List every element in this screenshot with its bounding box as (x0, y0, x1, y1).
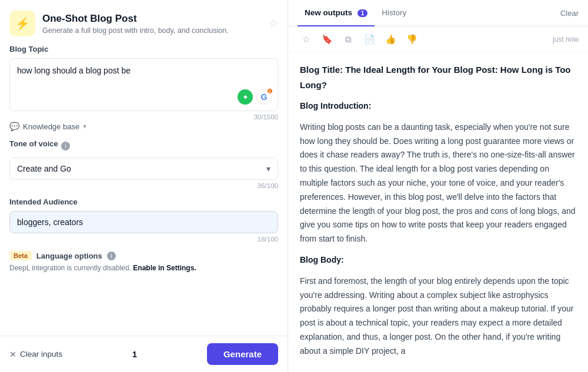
knowledge-base-chevron-icon: ▾ (83, 122, 86, 130)
thumbs-up-icon[interactable]: 👍 (382, 31, 399, 48)
tone-chevron-icon: ▾ (266, 164, 270, 173)
language-info-icon[interactable]: i (107, 252, 116, 260)
beta-badge: Beta (9, 251, 32, 260)
output-body-text: First and foremost, the length of your b… (300, 274, 576, 358)
textarea-icons: ✦ G 1 (238, 89, 272, 105)
close-icon: ✕ (9, 350, 16, 359)
tone-info-icon[interactable]: i (61, 142, 70, 150)
app-title-block: One-Shot Blog Post Generate a full blog … (42, 12, 262, 35)
favorite-icon[interactable]: ☆ (269, 17, 278, 30)
tab-history[interactable]: History (375, 0, 413, 26)
badge-dot: 1 (267, 88, 273, 94)
tab-new-outputs[interactable]: New outputs 1 (298, 0, 375, 26)
output-toolbar: ☆ 🔖 ⧉ 📄 👍 👎 just now (288, 26, 588, 53)
left-footer: ✕ Clear inputs 1 Generate (0, 336, 288, 372)
output-intro-text: Writing blog posts can be a daunting tas… (300, 120, 576, 246)
output-content: Blog Title: The Ideal Length for Your Bl… (288, 53, 588, 372)
quantity-display: 1 (69, 349, 200, 359)
enable-settings-link[interactable]: Enable in Settings. (133, 264, 196, 272)
audience-label: Intended Audience (9, 197, 278, 206)
left-panel: ⚡ One-Shot Blog Post Generate a full blo… (0, 0, 288, 372)
knowledge-base-label: Knowledge base (23, 122, 79, 131)
magic-icon[interactable]: ✦ (238, 89, 253, 105)
tone-char-count: 36/100 (9, 182, 278, 189)
output-intro-label: Blog Introduction: (300, 99, 576, 113)
blog-topic-wrapper: ✦ G 1 (9, 58, 278, 111)
tone-label-row: Tone of voice i (9, 139, 278, 153)
app-header: ⚡ One-Shot Blog Post Generate a full blo… (0, 0, 288, 45)
bookmark-icon[interactable]: 🔖 (319, 31, 335, 48)
topic-char-count: 30/1500 (9, 113, 278, 120)
timestamp: just now (553, 35, 579, 43)
clear-inputs-button[interactable]: ✕ Clear inputs (9, 350, 62, 359)
generate-button[interactable]: Generate (207, 343, 278, 365)
right-panel: New outputs 1 History Clear ☆ 🔖 ⧉ 📄 👍 👎 … (288, 0, 588, 372)
output-body-label: Blog Body: (300, 253, 576, 267)
deepl-notice: DeepL integration is currently disabled.… (9, 264, 278, 272)
tone-section: Tone of voice i Create and Go ▾ 36/100 (9, 139, 278, 189)
thumbs-down-icon[interactable]: 👎 (403, 31, 420, 48)
audience-char-count: 18/100 (9, 236, 278, 243)
tone-select-wrapper[interactable]: Create and Go ▾ (9, 157, 278, 180)
output-blog-title: Blog Title: The Ideal Length for Your Bl… (300, 62, 576, 92)
blog-topic-label: Blog Topic (9, 45, 278, 53)
language-options-label: Language options (36, 252, 102, 260)
knowledge-base-icon: 💬 (9, 122, 19, 131)
knowledge-base-row[interactable]: 💬 Knowledge base ▾ (9, 122, 278, 131)
star-icon[interactable]: ☆ (298, 31, 314, 48)
new-outputs-badge: 1 (358, 9, 368, 17)
document-icon[interactable]: 📄 (361, 31, 377, 48)
audience-section: Intended Audience 18/100 (9, 197, 278, 243)
copy-icon[interactable]: ⧉ (340, 31, 356, 48)
clear-outputs-button[interactable]: Clear (560, 1, 579, 26)
app-subtitle: Generate a full blog post with intro, bo… (42, 26, 262, 35)
blog-topic-section: Blog Topic ✦ G 1 30/1500 💬 Knowledge bas… (9, 45, 278, 131)
google-icon[interactable]: G 1 (256, 89, 272, 105)
beta-section: Beta Language options i DeepL integratio… (9, 251, 278, 272)
form-body: Blog Topic ✦ G 1 30/1500 💬 Knowledge bas… (0, 45, 288, 336)
app-title: One-Shot Blog Post (42, 12, 262, 25)
app-icon: ⚡ (9, 11, 35, 36)
audience-input[interactable] (9, 211, 278, 233)
tone-select-display[interactable]: Create and Go (10, 158, 278, 179)
right-tabs: New outputs 1 History Clear (288, 0, 588, 26)
tone-label: Tone of voice (9, 139, 58, 148)
beta-row: Beta Language options i (9, 251, 278, 260)
